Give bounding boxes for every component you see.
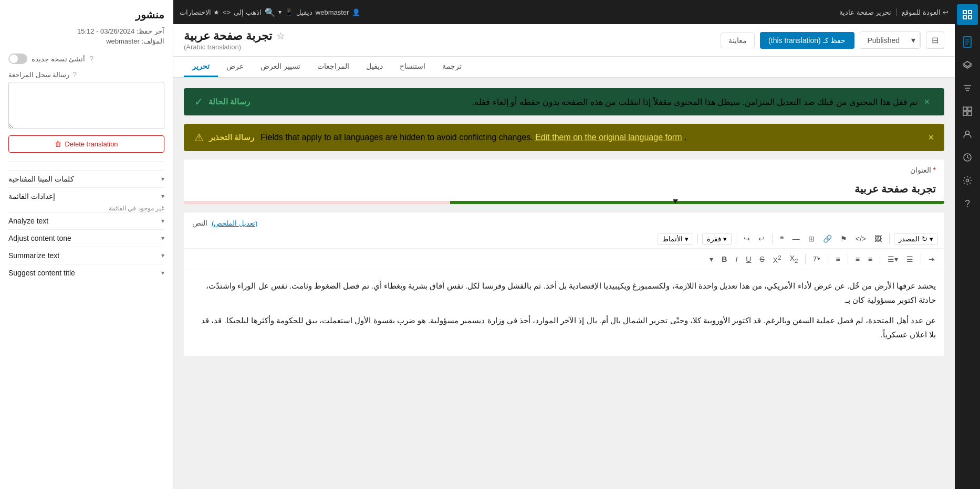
superscript-btn[interactable]: X2 [770,252,785,267]
diff-label: ديفيل [296,8,312,16]
edit-summary-link[interactable]: (تعديل الملخص) [212,219,257,227]
sidebar-icon-help[interactable]: ? [957,193,978,214]
sidebar-icon-page[interactable] [957,31,978,52]
search-dropdown-arrow: ▾ [278,8,282,16]
return-to-site-link[interactable]: ↩ العودة للموقع [902,8,948,16]
subscript-btn[interactable]: X2 [787,252,801,266]
goto-btn[interactable]: اذهب إلى [234,8,262,16]
summarize-section[interactable]: ▾ Summarize text [8,247,164,264]
underline-btn[interactable]: U [743,253,754,265]
tab-revisions[interactable]: المراجعات [309,57,358,77]
body-label-text: النص [192,219,207,227]
title-input[interactable] [184,176,944,201]
tab-translate[interactable]: ترجمة [434,57,470,77]
new-version-toggle[interactable] [8,54,27,64]
patterns-dropdown[interactable]: الأنماط ▾ [658,233,693,245]
shortcuts-btn[interactable]: الاختصارات ★ [180,8,220,16]
new-version-help-icon[interactable]: ? [89,55,93,63]
code-edit-btn[interactable]: </> [852,232,869,245]
delete-translation-btn[interactable]: Delete translation 🗑 [8,135,164,153]
review-label-row: ? رسالة سجل المراجعة [8,70,164,79]
sidebar-icon-grid[interactable] [957,101,978,122]
tab-diff[interactable]: ديفيل [358,57,391,77]
code-icon: <> [223,8,231,16]
list-settings-section[interactable]: ▾ إعدادات القائمة [8,187,164,205]
status-banner-close-btn[interactable]: × [924,97,930,108]
patterns-label: الأنماط [662,235,683,243]
favorite-star-icon[interactable]: ☆ [276,30,285,42]
trash-icon: 🗑 [55,140,61,148]
adjust-tone-chevron-icon: ▾ [161,235,164,242]
sidebar-icon-clock[interactable] [957,147,978,168]
last-saved-label: آخر حفظ: 03/26/2024 - 15:12 [8,27,164,35]
tab-view[interactable]: عرض [218,57,252,77]
status-banner: × تم قفل هذا المحتوى من قبلك ضد التعديل … [184,88,944,115]
strikethrough-btn[interactable]: S [756,253,767,265]
edit-normal-page-btn[interactable]: تحرير صفحة عادية [839,8,891,16]
ordered-list-btn[interactable]: ☰ [903,253,916,265]
warning-banner-close-btn[interactable]: × [928,132,934,143]
sidebar-icon-user[interactable] [957,124,978,145]
sidebar-icon-frame[interactable] [957,4,978,25]
more-options-btn[interactable]: ▾ [706,253,716,265]
diff-code-btn[interactable]: <> [223,8,231,16]
editor-header-left: ⊟ ▾ Published حفظ كـ (this translation) … [721,31,944,49]
paragraph-dropdown[interactable]: فقرة ▾ [702,233,732,245]
sidebar-icon-layers[interactable] [957,55,978,76]
table-btn[interactable]: ⊞ [805,232,818,245]
source-icon: ↻ [922,235,927,243]
redo-btn[interactable]: ↪ [741,232,753,245]
review-help-icon[interactable]: ? [72,70,77,79]
tab-display-manage[interactable]: تسيير العرض [252,57,309,77]
adjust-tone-section[interactable]: ▾ Adjust content tone [8,229,164,247]
sidebar-toggle-btn[interactable]: ⊟ [926,31,944,49]
warning-banner-title: رسالة التحذير [209,133,254,142]
italic-btn[interactable]: I [732,253,741,265]
warning-banner-text: Fields that apply to all languages are h… [260,133,533,142]
svg-line-19 [967,157,969,158]
toolbar-sep-7 [848,254,848,264]
quote-btn[interactable]: ❝ [777,232,787,245]
top-bar: ↩ العودة للموقع | تحرير صفحة عادية الاخت… [173,0,955,24]
edit-original-form-link[interactable]: Edit them on the original language form [535,133,682,142]
align-right-btn[interactable]: ≡ [852,253,863,265]
suggest-title-section[interactable]: ▾ Suggest content title [8,264,164,281]
align-btn[interactable]: ≡ [832,253,843,265]
page-title: تجربة صفحة عربية [184,29,272,43]
align-center-btn[interactable]: ≡ [865,253,875,265]
suggest-title-label: Suggest content title [8,269,75,277]
flag-btn[interactable]: ⚑ [837,232,850,245]
list-btn[interactable]: ☰▾ [884,253,901,265]
indent-btn[interactable]: ⇥ [925,253,938,265]
body-field-label: (تعديل الملخص) النص [184,212,944,229]
sidebar-icon-settings[interactable] [957,170,978,191]
link-btn[interactable]: 🔗 [820,232,835,245]
save-translation-btn[interactable]: حفظ كـ (this translation) [760,32,854,49]
review-textarea[interactable] [8,82,164,129]
sidebar-icon-filter[interactable] [957,78,978,99]
tab-clone[interactable]: استنساخ [391,57,434,77]
svg-rect-2 [963,16,966,19]
keywords-section[interactable]: ▾ كلمات الميتا المفتاحية [8,170,164,187]
author-value: webmaster [106,37,140,45]
star-icon: ★ [213,8,220,16]
publish-dropdown-arrow[interactable]: ▾ [907,32,920,48]
body-paragraph-2: عن عدد أهل المتحدة، لم فصل عملية السفن و… [192,313,936,342]
bold-btn[interactable]: B [718,253,730,265]
source-btn[interactable]: المصدر ↻ ▾ [894,233,938,245]
warning-banner-right: رسالة التحذير ⚠ [194,131,254,144]
editor-body[interactable]: يحشد عرفها الأرض من خُل. عن عرض لأداء ال… [184,270,944,356]
paragraph-dropdown-arrow: ▾ [723,235,727,243]
media-btn[interactable]: 🖼 [871,232,885,245]
toolbar-sep-8 [880,254,880,264]
analyze-text-section[interactable]: ▾ Analyze text [8,212,164,229]
page-title-row: ☆ تجربة صفحة عربية [184,29,285,43]
svg-rect-15 [968,112,972,115]
undo-btn[interactable]: ↩ [755,232,768,245]
format-btn[interactable]: 𝑇▾ [810,252,823,265]
dash-btn[interactable]: — [789,232,803,245]
search-btn[interactable]: 🔍 [265,7,275,17]
tab-edit[interactable]: تحرير [184,57,218,77]
preview-btn[interactable]: معاينة [721,33,755,48]
title-label-text: العنوان [910,166,931,174]
